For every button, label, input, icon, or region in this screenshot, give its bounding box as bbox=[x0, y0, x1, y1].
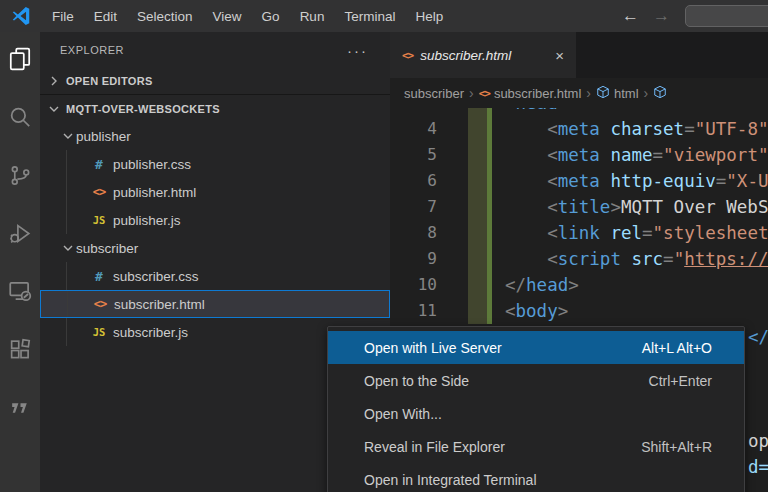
git-added-gutter-indicator bbox=[468, 142, 492, 168]
workspace-section[interactable]: MQTT-OVER-WEBSOCKETS bbox=[40, 94, 390, 122]
line-number: 3 bbox=[390, 108, 437, 116]
menu-help[interactable]: Help bbox=[405, 0, 453, 32]
sidebar-title: EXPLORER bbox=[60, 44, 337, 56]
git-added-gutter-indicator bbox=[468, 108, 492, 116]
code-fragment: </ bbox=[748, 324, 768, 350]
file-subscriber.html[interactable]: <>subscriber.html bbox=[40, 290, 390, 318]
css-file-icon: # bbox=[90, 269, 108, 284]
code-line-5: 5 <meta name="viewport" content="width=d… bbox=[390, 142, 768, 168]
tab-bar: <> subscriber.html × bbox=[390, 32, 768, 78]
breadcrumb-label: html bbox=[614, 86, 639, 101]
html-file-icon: <> bbox=[91, 297, 109, 311]
breadcrumb-separator-icon: › bbox=[644, 85, 649, 101]
code-line-10: 10</head> bbox=[390, 272, 768, 298]
code-line-3: 3<head> bbox=[390, 108, 768, 116]
code-line-4: 4 <meta charset="UTF-8" /> bbox=[390, 116, 768, 142]
code-line-11: 11<body> bbox=[390, 298, 768, 324]
html-file-icon: <> bbox=[402, 49, 413, 62]
git-added-gutter-indicator bbox=[468, 272, 492, 298]
extensions-icon[interactable] bbox=[3, 332, 37, 366]
tree-item-label: publisher.css bbox=[113, 157, 191, 172]
source-control-icon[interactable] bbox=[3, 158, 37, 192]
html-file-icon: <> bbox=[90, 185, 108, 199]
breadcrumb-separator-icon: › bbox=[469, 85, 474, 101]
open-editors-section[interactable]: OPEN EDITORS bbox=[40, 68, 390, 94]
menu-selection[interactable]: Selection bbox=[127, 0, 203, 32]
git-added-gutter-indicator bbox=[468, 168, 492, 194]
context-menu-item-open-with[interactable]: Open With... bbox=[328, 397, 744, 430]
menu-file[interactable]: File bbox=[42, 0, 84, 32]
tab-subscriber-html[interactable]: <> subscriber.html × bbox=[390, 32, 576, 78]
file-publisher.css[interactable]: #publisher.css bbox=[40, 150, 390, 178]
breadcrumb-item-subscriber.html[interactable]: <>subscriber.html bbox=[479, 86, 582, 101]
close-icon[interactable]: × bbox=[553, 47, 566, 64]
menu-edit[interactable]: Edit bbox=[84, 0, 127, 32]
symbol-cube-icon bbox=[653, 85, 667, 102]
git-added-gutter-indicator bbox=[468, 194, 492, 220]
remote-explorer-icon[interactable] bbox=[3, 274, 37, 308]
forward-arrow-icon[interactable]: → bbox=[653, 6, 670, 26]
command-center-search-box[interactable] bbox=[685, 5, 768, 27]
html-file-icon: <> bbox=[479, 87, 490, 100]
tree-item-label: subscriber bbox=[76, 241, 138, 256]
activity-bar bbox=[0, 32, 40, 492]
menu-item-shortcut: Shift+Alt+R bbox=[641, 439, 712, 455]
tree-item-label: subscriber.css bbox=[113, 269, 199, 284]
menu-item-label: Open in Integrated Terminal bbox=[364, 472, 712, 488]
line-number: 10 bbox=[390, 272, 437, 298]
run-debug-icon[interactable] bbox=[3, 216, 37, 250]
css-file-icon: # bbox=[90, 157, 108, 172]
code-line-6: 6 <meta http-equiv="X-UA-Compatible" bbox=[390, 168, 768, 194]
quotes-extension-icon[interactable] bbox=[3, 390, 37, 424]
more-actions-icon[interactable]: ··· bbox=[337, 42, 378, 59]
git-added-gutter-indicator bbox=[468, 298, 492, 324]
explorer-icon[interactable] bbox=[3, 42, 37, 76]
git-added-gutter-indicator bbox=[468, 116, 492, 142]
breadcrumb-item[interactable] bbox=[653, 85, 667, 102]
menu-item-shortcut: Ctrl+Enter bbox=[649, 373, 712, 389]
context-menu-item-reveal-in-file-explorer[interactable]: Reveal in File ExplorerShift+Alt+R bbox=[328, 430, 744, 463]
back-arrow-icon[interactable]: ← bbox=[622, 6, 639, 26]
breadcrumb-item-html[interactable]: html bbox=[596, 85, 639, 102]
menu-go[interactable]: Go bbox=[252, 0, 290, 32]
chevron-down-icon bbox=[60, 128, 76, 144]
line-number: 5 bbox=[390, 142, 437, 168]
chevron-down-icon bbox=[60, 240, 76, 256]
menu-item-shortcut: Alt+L Alt+O bbox=[642, 340, 712, 356]
code-line-8: 8 <link rel="stylesheet" href="subscribe… bbox=[390, 220, 768, 246]
tree-item-label: subscriber.js bbox=[113, 325, 188, 340]
file-tree: publisher#publisher.css<>publisher.htmlJ… bbox=[40, 122, 390, 346]
menu-run[interactable]: Run bbox=[290, 0, 335, 32]
git-added-gutter-indicator bbox=[468, 220, 492, 246]
chevron-right-icon bbox=[46, 73, 62, 89]
tree-item-label: publisher.html bbox=[113, 185, 196, 200]
tree-item-label: subscriber.html bbox=[114, 297, 205, 312]
file-publisher.html[interactable]: <>publisher.html bbox=[40, 178, 390, 206]
code-line-9: 9 <script src="https://unpkg.com/mqtt/di… bbox=[390, 246, 768, 272]
menu-view[interactable]: View bbox=[203, 0, 252, 32]
line-number: 8 bbox=[390, 220, 437, 246]
context-menu-item-open-in-integrated-terminal[interactable]: Open in Integrated Terminal bbox=[328, 463, 744, 492]
breadcrumb-item-subscriber[interactable]: subscriber bbox=[404, 86, 464, 101]
menu-terminal[interactable]: Terminal bbox=[334, 0, 405, 32]
folder-subscriber[interactable]: subscriber bbox=[40, 234, 390, 262]
history-navigation: ← → bbox=[622, 0, 670, 32]
menu-item-label: Reveal in File Explorer bbox=[364, 439, 641, 455]
search-icon[interactable] bbox=[3, 100, 37, 134]
line-number: 9 bbox=[390, 246, 437, 272]
code-line-7: 7 <title>MQTT Over WebSockets</title> bbox=[390, 194, 768, 220]
menu-item-label: Open With... bbox=[364, 406, 712, 422]
js-file-icon: JS bbox=[90, 326, 108, 338]
vscode-logo-icon bbox=[10, 5, 32, 27]
open-editors-label: OPEN EDITORS bbox=[66, 75, 153, 87]
tree-item-label: publisher bbox=[76, 129, 131, 144]
js-file-icon: JS bbox=[90, 214, 108, 226]
file-subscriber.css[interactable]: #subscriber.css bbox=[40, 262, 390, 290]
context-menu: Open with Live ServerAlt+L Alt+OOpen to … bbox=[327, 326, 745, 492]
file-publisher.js[interactable]: JSpublisher.js bbox=[40, 206, 390, 234]
tab-label: subscriber.html bbox=[420, 48, 546, 63]
context-menu-item-open-to-the-side[interactable]: Open to the SideCtrl+Enter bbox=[328, 364, 744, 397]
folder-publisher[interactable]: publisher bbox=[40, 122, 390, 150]
breadcrumb-label: subscriber bbox=[404, 86, 464, 101]
context-menu-item-open-with-live-server[interactable]: Open with Live ServerAlt+L Alt+O bbox=[328, 331, 744, 364]
